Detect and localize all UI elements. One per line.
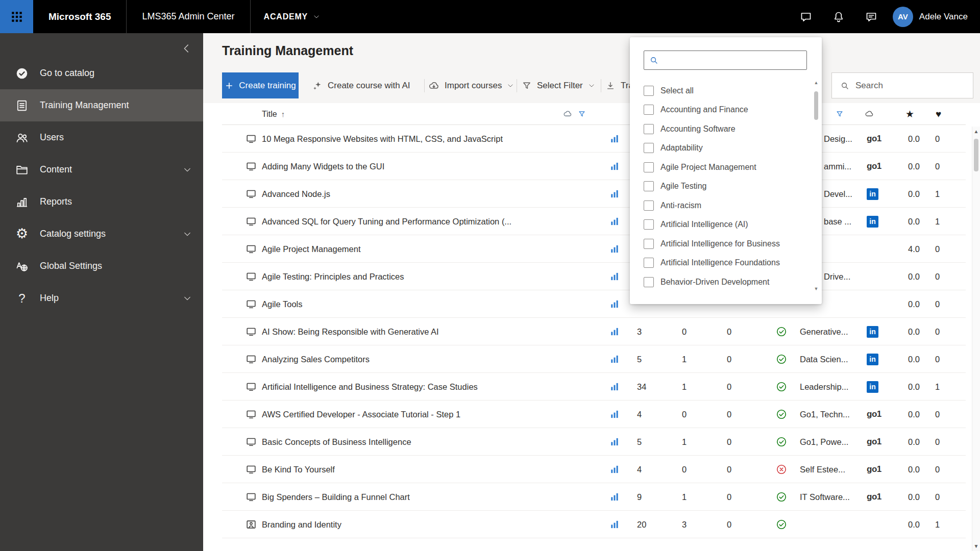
scroll-thumb[interactable]: [814, 91, 818, 120]
table-row[interactable]: Adding Many Widgets to the GUI ammi... g…: [222, 153, 966, 180]
checkbox[interactable]: [644, 201, 654, 211]
table-row[interactable]: Agile Project Management 4.0 0: [222, 235, 966, 263]
scroll-down-arrow[interactable]: ▼: [813, 286, 820, 291]
sidebar-item-help[interactable]: ? Help: [0, 282, 203, 314]
sidebar-item-users[interactable]: Users: [0, 121, 203, 154]
stats-bars-icon[interactable]: [609, 290, 620, 318]
scroll-down-arrow[interactable]: ▼: [972, 543, 980, 549]
checkbox[interactable]: [644, 239, 654, 249]
course-title[interactable]: Adding Many Widgets to the GUI: [262, 153, 384, 180]
stats-bars-icon[interactable]: [609, 153, 620, 180]
table-row[interactable]: Basic Concepts of Business Intelligence …: [222, 428, 966, 456]
table-row[interactable]: AI Show: Being Responsible with Generati…: [222, 318, 966, 345]
course-title[interactable]: Basic Concepts of Business Intelligence: [262, 428, 411, 456]
sidebar-item-training-management[interactable]: Training Management: [0, 89, 203, 121]
select-filter-button[interactable]: Select Filter: [522, 72, 595, 98]
table-row[interactable]: Artificial Intelligence and Business Str…: [222, 373, 966, 400]
table-row[interactable]: Advanced Node.js Devel... in 0.0 1: [222, 180, 966, 208]
course-title[interactable]: AWS Certified Developer - Associate Tuto…: [262, 400, 460, 428]
course-title[interactable]: Advanced Node.js: [262, 180, 330, 208]
stats-bars-icon[interactable]: [609, 483, 620, 511]
create-training-button[interactable]: Create training: [222, 72, 299, 98]
filter-option-accounting-software[interactable]: Accounting Software: [630, 119, 822, 139]
stats-bars-icon[interactable]: [609, 208, 620, 235]
provider-column-icon[interactable]: [865, 103, 874, 125]
avatar[interactable]: AV: [893, 7, 913, 27]
checkbox[interactable]: [644, 143, 654, 153]
filter-option-behavior-driven-development[interactable]: Behavior-Driven Development: [630, 272, 822, 292]
filter-option-artificial-intelligence-foundations[interactable]: Artificial Intelligence Foundations: [630, 254, 822, 273]
table-row[interactable]: AWS Certified Developer - Associate Tuto…: [222, 400, 966, 428]
table-row[interactable]: Big Spenders – Building a Funnel Chart 9…: [222, 483, 966, 511]
sidebar-item-content[interactable]: Content: [0, 154, 203, 186]
stats-bars-icon[interactable]: [609, 263, 620, 290]
checkbox[interactable]: [644, 181, 654, 191]
filter-option-artificial-intelligence-ai[interactable]: Artificial Intelligence (AI): [630, 215, 822, 235]
sidebar-item-catalog-settings[interactable]: ⚙ Catalog settings: [0, 218, 203, 250]
filter-option-select-all[interactable]: Select all: [630, 81, 822, 101]
filter-option-anti-racism[interactable]: Anti-racism: [630, 196, 822, 215]
course-title[interactable]: Analyzing Sales Competitors: [262, 345, 370, 373]
rating-column-icon[interactable]: ★: [905, 103, 914, 125]
stats-bars-icon[interactable]: [609, 180, 620, 208]
brand-microsoft-365[interactable]: Microsoft 365: [33, 11, 126, 22]
stats-bars-icon[interactable]: [609, 373, 620, 400]
checkbox[interactable]: [644, 219, 654, 230]
scroll-up-arrow[interactable]: ▲: [813, 80, 820, 85]
active-filter-icon[interactable]: [578, 103, 586, 125]
course-title[interactable]: Agile Project Management: [262, 235, 361, 263]
table-row[interactable]: 10 Mega Responsive Websites with HTML, C…: [222, 125, 966, 153]
course-title[interactable]: 10 Mega Responsive Websites with HTML, C…: [262, 125, 503, 153]
course-title[interactable]: Advanced SQL for Query Tuning and Perfor…: [262, 208, 511, 235]
stats-bars-icon[interactable]: [609, 400, 620, 428]
notifications-button[interactable]: [822, 0, 855, 33]
table-row[interactable]: Advanced SQL for Query Tuning and Perfor…: [222, 208, 966, 235]
sidebar-item-reports[interactable]: Reports: [0, 186, 203, 218]
table-row[interactable]: Agile Tools 0.0 0: [222, 290, 966, 318]
academy-selector[interactable]: ACADEMY: [251, 12, 334, 21]
import-courses-button[interactable]: Import courses: [428, 72, 514, 98]
column-header-title[interactable]: Title ↑: [262, 103, 285, 125]
table-search-input[interactable]: [855, 81, 963, 91]
filter-option-agile-project-management[interactable]: Agile Project Management: [630, 158, 822, 177]
stats-bars-icon[interactable]: [609, 345, 620, 373]
app-launcher-button[interactable]: [0, 0, 33, 33]
sidebar-item-go-to-catalog[interactable]: Go to catalog: [0, 57, 203, 89]
stats-bars-icon[interactable]: [609, 318, 620, 345]
checkbox[interactable]: [644, 86, 654, 96]
category-filter-icon[interactable]: [836, 103, 844, 125]
filter-search-input[interactable]: [663, 56, 796, 65]
checkbox[interactable]: [644, 105, 654, 115]
table-row[interactable]: Analyzing Sales Competitors 5 1 0 Data S…: [222, 345, 966, 373]
stats-bars-icon[interactable]: [609, 511, 620, 538]
likes-column-icon[interactable]: ♥: [936, 103, 941, 125]
training-sync-button[interactable]: Tra: [605, 72, 633, 98]
table-row[interactable]: Be Kind To Yourself 4 0 0 Self Estee... …: [222, 456, 966, 483]
table-row[interactable]: Agile Testing: Principles and Practices …: [222, 263, 966, 290]
checkbox[interactable]: [644, 124, 654, 134]
stats-bars-icon[interactable]: [609, 428, 620, 456]
course-title[interactable]: AI Show: Being Responsible with Generati…: [262, 318, 439, 345]
stats-bars-icon[interactable]: [609, 125, 620, 153]
filter-option-artificial-intelligence-for-business[interactable]: Artificial Intelligence for Business: [630, 234, 822, 254]
table-row[interactable]: Branding and Identity 20 3 0 0.0 1: [222, 511, 966, 538]
checkbox[interactable]: [644, 277, 654, 287]
feedback-button[interactable]: [855, 0, 888, 33]
scroll-thumb[interactable]: [974, 139, 978, 171]
scroll-up-arrow[interactable]: ▲: [972, 129, 980, 134]
stats-bars-icon[interactable]: [609, 235, 620, 263]
course-title[interactable]: Artificial Intelligence and Business Str…: [262, 373, 478, 400]
sidebar-item-global-settings[interactable]: Global Settings: [0, 250, 203, 282]
flyout-scrollbar[interactable]: ▲ ▼: [813, 80, 820, 291]
checkbox[interactable]: [644, 258, 654, 268]
course-title[interactable]: Branding and Identity: [262, 511, 341, 538]
course-title[interactable]: Big Spenders – Building a Funnel Chart: [262, 483, 410, 511]
checkbox[interactable]: [644, 162, 654, 172]
sidebar-collapse-button[interactable]: [180, 42, 193, 56]
filter-option-accounting-and-finance[interactable]: Accounting and Finance: [630, 101, 822, 120]
filter-option-agile-testing[interactable]: Agile Testing: [630, 177, 822, 196]
vertical-scrollbar[interactable]: ▲ ▼: [972, 127, 980, 551]
filter-option-adaptability[interactable]: Adaptability: [630, 139, 822, 158]
create-course-ai-button[interactable]: Create course with AI: [312, 72, 410, 98]
stats-bars-icon[interactable]: [609, 456, 620, 483]
